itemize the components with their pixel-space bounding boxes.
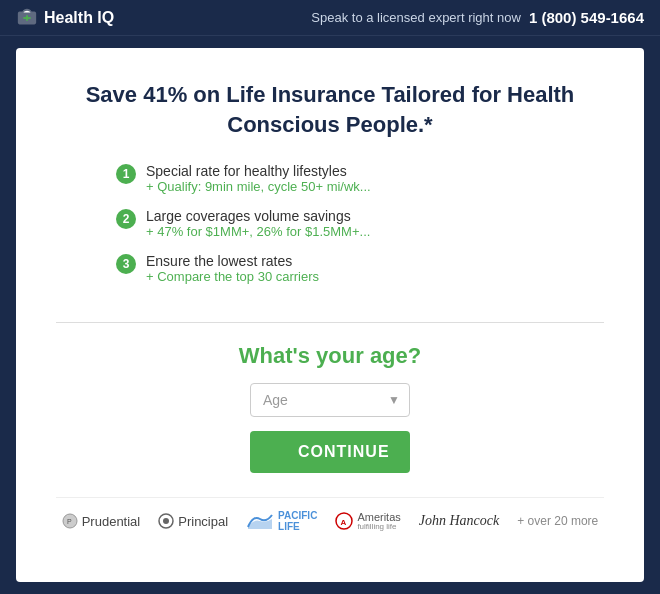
continue-button[interactable]: CONTINUE xyxy=(250,431,410,473)
feature-main-3: Ensure the lowest rates xyxy=(146,253,319,269)
more-logos: + over 20 more xyxy=(517,514,598,528)
feature-sub-link-1[interactable]: + Qualify: 9min mile, cycle 50+ mi/wk... xyxy=(146,179,371,194)
speak-text: Speak to a licensed expert right now xyxy=(311,10,521,25)
feature-item-2: 2 Large coverages volume savings + 47% f… xyxy=(116,208,604,239)
partner-logos-bar: P Prudential Principal PACIFIC LIFE xyxy=(56,497,604,532)
health-iq-logo-icon xyxy=(16,7,38,29)
feature-text-2: Large coverages volume savings + 47% for… xyxy=(146,208,370,239)
main-headline: Save 41% on Life Insurance Tailored for … xyxy=(56,80,604,139)
feature-list: 1 Special rate for healthy lifestyles + … xyxy=(56,163,604,298)
svg-text:P: P xyxy=(67,518,72,525)
age-section: What's your age? Age18192021222324252627… xyxy=(56,343,604,473)
age-select-wrapper: Age1819202122232425262728293031323334353… xyxy=(250,383,410,417)
feature-sub-link-3[interactable]: + Compare the top 30 carriers xyxy=(146,269,319,284)
feature-text-3: Ensure the lowest rates + Compare the to… xyxy=(146,253,319,284)
prudential-logo: P Prudential xyxy=(62,513,141,529)
john-hancock-logo: John Hancock xyxy=(419,513,499,529)
prudential-label: Prudential xyxy=(82,514,141,529)
logo-text: Health IQ xyxy=(44,9,114,27)
age-question: What's your age? xyxy=(239,343,421,369)
principal-icon xyxy=(158,513,174,529)
header-right: Speak to a licensed expert right now 1 (… xyxy=(311,9,644,26)
svg-rect-1 xyxy=(23,17,30,19)
principal-label: Principal xyxy=(178,514,228,529)
age-select[interactable]: Age1819202122232425262728293031323334353… xyxy=(250,383,410,417)
feature-item-3: 3 Ensure the lowest rates + Compare the … xyxy=(116,253,604,284)
feature-sub-link-2[interactable]: + 47% for $1MM+, 26% for $1.5MM+... xyxy=(146,224,370,239)
feature-text-1: Special rate for healthy lifestyles + Qu… xyxy=(146,163,371,194)
ameritas-sub: fulfilling life xyxy=(357,523,400,532)
section-divider xyxy=(56,322,604,323)
pacific-life-icon xyxy=(246,511,274,531)
feature-number-1: 1 xyxy=(116,164,136,184)
feature-item-1: 1 Special rate for healthy lifestyles + … xyxy=(116,163,604,194)
svg-text:A: A xyxy=(341,518,347,527)
main-card: Save 41% on Life Insurance Tailored for … xyxy=(16,48,644,582)
feature-main-1: Special rate for healthy lifestyles xyxy=(146,163,371,179)
logo-area: Health IQ xyxy=(16,7,114,29)
feature-number-2: 2 xyxy=(116,209,136,229)
hancock-label: John Hancock xyxy=(419,513,499,529)
pacific-label-2: LIFE xyxy=(278,521,317,532)
svg-point-5 xyxy=(163,518,169,524)
feature-main-2: Large coverages volume savings xyxy=(146,208,370,224)
pacific-life-logo: PACIFIC LIFE xyxy=(246,510,317,532)
phone-number: 1 (800) 549-1664 xyxy=(529,9,644,26)
pacific-label-1: PACIFIC xyxy=(278,510,317,521)
prudential-icon: P xyxy=(62,513,78,529)
feature-number-3: 3 xyxy=(116,254,136,274)
ameritas-icon: A xyxy=(335,512,353,530)
ameritas-logo: A Ameritas fulfilling life xyxy=(335,511,400,532)
page-wrapper: Health IQ Speak to a licensed expert rig… xyxy=(0,0,660,594)
principal-logo: Principal xyxy=(158,513,228,529)
header: Health IQ Speak to a licensed expert rig… xyxy=(0,0,660,36)
more-label: + over 20 more xyxy=(517,514,598,528)
